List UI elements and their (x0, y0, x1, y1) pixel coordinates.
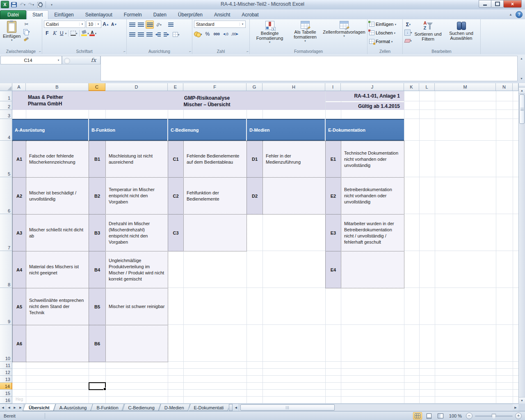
cell-text[interactable]: Fehler in der Medienzuführung (262, 141, 326, 178)
row-header-3[interactable]: 3 (0, 110, 12, 119)
shrink-font-button[interactable]: A▼ (110, 21, 118, 28)
cell-code[interactable]: A2 (12, 177, 26, 215)
column-header-h[interactable]: H (262, 83, 325, 91)
cell-text[interactable]: Mischer ist schwer reinigbar (105, 288, 168, 325)
category-header-funktion[interactable]: B-Funktion (89, 119, 167, 141)
cell-text[interactable] (183, 214, 247, 251)
cell-code[interactable]: C1 (168, 141, 184, 178)
row-header-9[interactable]: 9 (0, 288, 12, 325)
cell-code[interactable]: C2 (168, 177, 184, 215)
cell-text[interactable]: Ungleichmäßige Produktverteilung im Misc… (105, 251, 168, 288)
underline-button[interactable]: U▾ (58, 30, 66, 37)
category-header-dokumentation[interactable]: E-Dokumentation (326, 119, 404, 141)
row-header-14[interactable]: 14 (0, 383, 12, 390)
cell-code[interactable]: E1 (325, 141, 341, 178)
vertical-scrollbar[interactable]: ▲ ▼ (518, 83, 525, 404)
format-as-table-button[interactable]: Als Tabelle formatieren ▾ (288, 21, 322, 43)
row-header-2[interactable]: 2 (0, 101, 12, 110)
next-sheet-button[interactable]: ▶ (12, 404, 18, 411)
tab-scroll-splitter[interactable] (229, 404, 233, 411)
chevron-down-icon[interactable]: ▾ (55, 56, 62, 64)
cell-text[interactable]: Schweißnähte entsprechen nicht dem Stand… (26, 288, 89, 325)
merge-center-button[interactable]: ▾ (172, 31, 180, 38)
row-header-10[interactable]: 10 (0, 325, 12, 362)
cell-code[interactable]: A3 (12, 214, 26, 251)
horizontal-scrollbar[interactable] (239, 404, 513, 411)
fill-color-button[interactable]: ▾ (81, 30, 89, 37)
minimize-button[interactable] (479, 0, 491, 8)
column-header-l[interactable]: L (419, 83, 435, 91)
tab-start[interactable]: Start (27, 10, 48, 19)
first-sheet-button[interactable]: ◀ (0, 404, 6, 411)
cell-text[interactable]: Mitarbeiter wurden in der Betreiberdokum… (341, 214, 404, 251)
sheet-area[interactable]: RA-4.1-01, Anlage 1 Gültig ab 1.4.2015 M… (12, 91, 518, 404)
comma-style-button[interactable]: 000 (213, 30, 220, 38)
align-left-button[interactable] (128, 31, 136, 38)
column-header-k[interactable]: K (404, 83, 419, 91)
align-right-button[interactable] (146, 31, 153, 38)
column-header-d[interactable]: D (105, 83, 168, 91)
increase-indent-button[interactable]: ▶ (163, 31, 170, 38)
page-break-view-button[interactable] (436, 412, 445, 420)
dialog-launcher[interactable]: ⌐ (39, 50, 41, 53)
tab-ueberpruefen[interactable]: Überprüfen (172, 10, 208, 19)
selected-cell-c14[interactable] (89, 382, 106, 390)
tab-daten[interactable]: Daten (148, 10, 172, 19)
sort-filter-button[interactable]: AZ Sortieren und Filtern (412, 21, 444, 42)
scroll-down-button[interactable]: ▼ (519, 397, 525, 404)
row-header-8[interactable]: 8 (0, 251, 12, 288)
cell-text[interactable]: Falsche oder fehlende Mischerkennzeichnu… (26, 141, 89, 178)
category-header-bedienung[interactable]: C-Bedienung (168, 119, 246, 141)
column-header-j[interactable]: J (341, 83, 404, 91)
grow-font-button[interactable]: A▲ (102, 21, 110, 28)
italic-button[interactable]: K (51, 30, 58, 37)
row-header-5[interactable]: 5 (0, 141, 12, 177)
wrap-text-button[interactable] (167, 21, 174, 28)
align-middle-button[interactable] (137, 21, 144, 28)
column-header-partial[interactable] (513, 83, 518, 91)
fill-button[interactable]: ↓▾ (404, 29, 412, 36)
row-header-11[interactable]: 11 (0, 362, 12, 369)
normal-view-button[interactable] (413, 412, 422, 420)
zoom-in-button[interactable]: + (515, 413, 522, 419)
column-header-m[interactable]: M (435, 83, 496, 91)
sheet-tab-medien[interactable]: D-Medien (160, 404, 189, 411)
hscroll-right-button[interactable]: ▶ (513, 404, 518, 411)
restore-button[interactable] (491, 0, 504, 8)
cell-code[interactable]: C3 (168, 214, 184, 251)
cell-text[interactable] (26, 325, 89, 362)
increase-decimal-button[interactable]: ◀,0 (222, 30, 229, 38)
cell-code[interactable]: B2 (89, 177, 106, 215)
previous-sheet-button[interactable]: ◀ (6, 404, 12, 411)
row-header-1[interactable]: 1 (0, 91, 12, 101)
column-header-f[interactable]: F (183, 83, 247, 91)
column-header-a[interactable]: A (12, 83, 26, 91)
tab-formeln[interactable]: Formeln (118, 10, 148, 19)
borders-button[interactable]: ▾ (70, 30, 78, 37)
close-button[interactable]: × (503, 0, 522, 8)
cell-code[interactable]: E3 (325, 214, 341, 251)
percent-button[interactable]: % (204, 30, 212, 38)
cell-code[interactable]: E2 (325, 177, 341, 215)
cell-code[interactable]: A4 (12, 251, 26, 288)
sheet-tab-bedienung[interactable]: C-Bedienung (123, 404, 160, 411)
cell-code[interactable]: A1 (12, 141, 26, 178)
insert-cells-button[interactable]: Einfügen▾ (369, 21, 401, 28)
accounting-format-button[interactable]: ▾ (194, 30, 202, 38)
tab-acrobat[interactable]: Acrobat (236, 10, 264, 19)
cell-text[interactable]: Drehzahl im Mischer (Mischerdrehzahl) en… (105, 214, 168, 251)
sheet-tab-funktion[interactable]: B-Funktion (91, 404, 123, 411)
autosum-button[interactable]: Σ▾ (404, 21, 412, 28)
dialog-launcher[interactable]: ⌐ (247, 50, 249, 53)
row-header-4[interactable]: 4 (0, 119, 12, 141)
cell-code[interactable]: D2 (247, 177, 263, 215)
cell-code[interactable]: B1 (89, 141, 106, 178)
tab-einfuegen[interactable]: Einfügen (48, 10, 79, 19)
zoom-slider[interactable] (475, 415, 513, 417)
conditional-formatting-button[interactable]: ≶ Bedingte Formatierung ▾ (251, 21, 288, 44)
orientation-button[interactable]: ab▾ (155, 21, 162, 28)
fill-handle[interactable] (103, 388, 106, 390)
format-cells-button[interactable]: Format▾ (369, 38, 401, 45)
decrease-decimal-button[interactable]: ,00▶ (231, 30, 238, 38)
zoom-out-button[interactable]: − (466, 413, 472, 419)
